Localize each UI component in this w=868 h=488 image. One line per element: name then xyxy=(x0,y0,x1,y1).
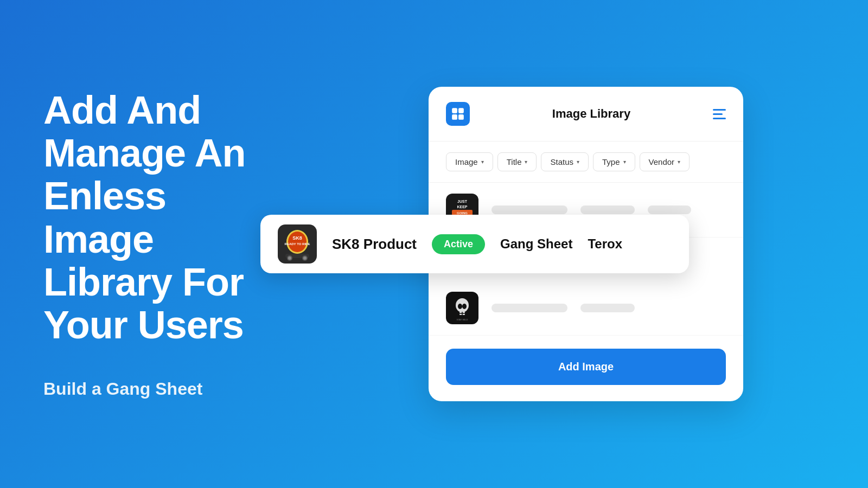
vendor-label: Terox xyxy=(588,236,622,252)
subtitle: Build a Gang Sheet xyxy=(43,379,271,399)
hamburger-line-2 xyxy=(713,113,723,115)
svg-rect-1 xyxy=(458,108,464,113)
svg-point-20 xyxy=(288,232,307,252)
filter-title-label: Title xyxy=(507,157,522,166)
add-image-button[interactable]: Add Image xyxy=(446,349,726,385)
svg-point-11 xyxy=(456,298,469,312)
swd-image: STAY WILD xyxy=(448,293,477,323)
product-name: SK8 Product xyxy=(332,236,417,253)
hamburger-menu-button[interactable] xyxy=(713,109,726,119)
filter-title-button[interactable]: Title ▾ xyxy=(497,152,537,171)
skeleton-status-3 xyxy=(580,304,635,312)
svg-rect-0 xyxy=(452,108,457,113)
sk8-logo-image: SK8 READY TO RIDE xyxy=(279,226,316,262)
svg-text:STAY WILD: STAY WILD xyxy=(457,318,468,321)
right-section: Image Library Image ▾ Title ▾ Status ▾ xyxy=(304,87,868,401)
filter-vendor-button[interactable]: Vendor ▾ xyxy=(640,152,690,171)
table-row-3[interactable]: STAY WILD xyxy=(429,281,743,336)
app-logo xyxy=(446,102,470,126)
type-label: Gang Sheet xyxy=(500,236,572,252)
chevron-down-icon: ▾ xyxy=(623,159,626,165)
filter-status-label: Status xyxy=(550,157,573,166)
chevron-down-icon: ▾ xyxy=(678,159,680,165)
filter-type-label: Type xyxy=(602,157,620,166)
filter-image-button[interactable]: Image ▾ xyxy=(446,152,493,171)
svg-rect-2 xyxy=(452,114,457,120)
highlighted-row[interactable]: SK8 READY TO RIDE SK8 Product Active Gan… xyxy=(260,215,689,273)
svg-rect-3 xyxy=(458,114,464,120)
svg-point-27 xyxy=(303,256,307,260)
svg-text:SK8: SK8 xyxy=(292,235,302,241)
hamburger-line-1 xyxy=(713,109,726,111)
skeleton-type-1 xyxy=(648,206,691,214)
chevron-down-icon: ▾ xyxy=(525,159,527,165)
filter-image-label: Image xyxy=(455,157,478,166)
svg-point-13 xyxy=(462,304,467,309)
sk8-image-thumb: SK8 READY TO RIDE xyxy=(278,224,317,264)
skeleton-title-3 xyxy=(492,304,567,312)
status-badge: Active xyxy=(432,234,485,254)
panel-title: Image Library xyxy=(552,107,630,121)
logo-icon xyxy=(451,107,465,121)
chevron-down-icon: ▾ xyxy=(481,159,484,165)
skeleton-title-1 xyxy=(492,206,567,214)
svg-text:READY TO RIDE: READY TO RIDE xyxy=(285,242,310,246)
svg-text:JUST: JUST xyxy=(457,200,468,203)
svg-text:KEEP: KEEP xyxy=(457,205,467,209)
image-thumb-3: STAY WILD xyxy=(446,292,478,324)
filter-vendor-label: Vendor xyxy=(649,157,675,166)
hero-title: Add And Manage An Enless Image Library F… xyxy=(43,89,271,346)
skeleton-status-1 xyxy=(580,206,635,214)
chevron-down-icon: ▾ xyxy=(577,159,579,165)
filter-type-button[interactable]: Type ▾ xyxy=(593,152,635,171)
svg-point-12 xyxy=(458,304,462,309)
hamburger-line-3 xyxy=(713,118,726,119)
filter-status-button[interactable]: Status ▾ xyxy=(541,152,589,171)
panel-header: Image Library xyxy=(429,87,743,142)
svg-point-25 xyxy=(288,256,291,260)
left-section: Add And Manage An Enless Image Library F… xyxy=(0,56,304,432)
filter-bar: Image ▾ Title ▾ Status ▾ Type ▾ Vendor ▾ xyxy=(429,142,743,183)
